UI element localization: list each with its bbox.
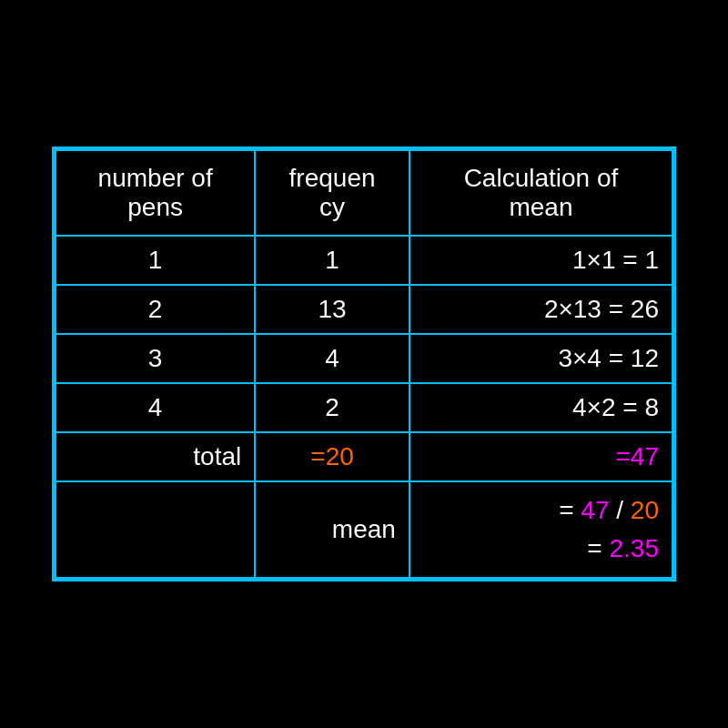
cell-pens-2: 2 (56, 285, 255, 334)
mean-numerator: 47 (581, 496, 609, 524)
cell-calc-1: 1×1 = 1 (410, 236, 672, 285)
cell-mean-empty (56, 481, 255, 578)
cell-total-label: total (56, 432, 255, 481)
table-header-row: number ofpens frequency Calculation ofme… (56, 150, 672, 236)
table-row: 3 4 3×4 = 12 (56, 334, 672, 383)
cell-mean-calc: = 47 / 20 = 2.35 (410, 481, 672, 578)
cell-mean-label: mean (255, 481, 410, 578)
cell-pens-1: 1 (56, 236, 255, 285)
header-frequency: frequency (255, 150, 410, 236)
cell-pens-4: 4 (56, 383, 255, 432)
table-mean-row: mean = 47 / 20 = 2.35 (56, 481, 672, 578)
total-calc-value: =47 (616, 442, 660, 470)
table-row: 4 2 4×2 = 8 (56, 383, 672, 432)
cell-freq-4: 2 (255, 383, 410, 432)
mean-result: 2.35 (610, 534, 660, 562)
table-row: 2 13 2×13 = 26 (56, 285, 672, 334)
mean-calc-line2: = 2.35 (587, 534, 659, 562)
cell-calc-4: 4×2 = 8 (410, 383, 672, 432)
cell-pens-3: 3 (56, 334, 255, 383)
total-freq-value: =20 (310, 442, 354, 470)
cell-total-freq: =20 (255, 432, 410, 481)
cell-freq-1: 1 (255, 236, 410, 285)
header-calculation: Calculation ofmean (410, 150, 672, 236)
mean-denominator: 20 (631, 496, 659, 524)
mean-calc-line1: = 47 / 20 (559, 496, 659, 524)
cell-freq-2: 13 (255, 285, 410, 334)
cell-total-calc: =47 (410, 432, 672, 481)
stats-table-container: number ofpens frequency Calculation ofme… (52, 147, 676, 581)
header-pens: number ofpens (56, 150, 255, 236)
table-row: 1 1 1×1 = 1 (56, 236, 672, 285)
table-total-row: total =20 =47 (56, 432, 672, 481)
cell-freq-3: 4 (255, 334, 410, 383)
cell-calc-3: 3×4 = 12 (410, 334, 672, 383)
cell-calc-2: 2×13 = 26 (410, 285, 672, 334)
